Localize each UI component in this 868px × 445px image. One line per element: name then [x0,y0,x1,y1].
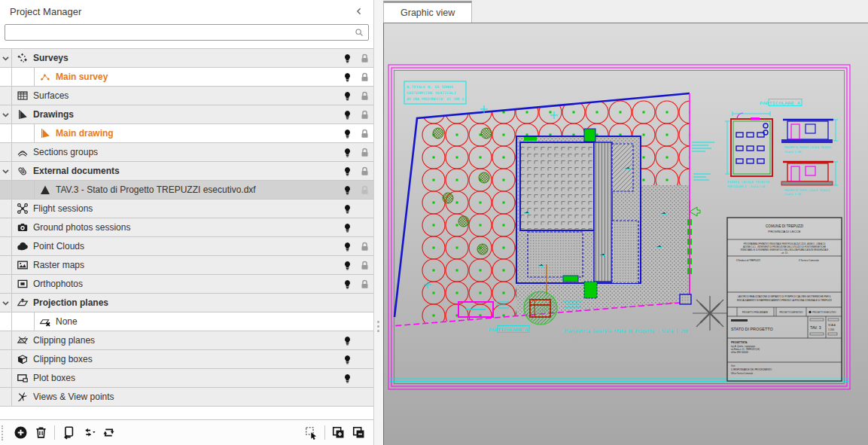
row-gutter [0,124,12,142]
bulb-icon [342,184,353,196]
visibility-bulb-icon[interactable] [339,109,356,120]
green-arrow-icon [690,207,700,216]
lock-icon[interactable] [356,147,373,158]
drawing-main-icon [39,127,51,139]
visibility-bulb-icon[interactable] [339,354,356,365]
row-gutter [0,388,12,406]
import-document-button[interactable] [58,422,78,443]
tree-item-label: TAV.3 - Stato di Progetto TREPUZZI esecu… [56,184,256,195]
tree-row-main-drawing[interactable]: Main drawing [0,124,373,143]
lock-icon[interactable] [356,109,373,120]
projection-plane-icon [17,297,29,309]
delete-item-button[interactable] [31,422,51,443]
bulb-icon [342,279,353,290]
expand-chevron[interactable] [0,294,12,312]
lock-icon[interactable] [356,128,373,139]
search-input[interactable] [5,24,369,41]
visibility-bulb-icon[interactable] [339,335,356,346]
panel-header: Project Manager [0,0,373,23]
indent-gutter [12,312,35,331]
lock-icon[interactable] [356,260,373,271]
tree-row-surfaces[interactable]: Surfaces [0,87,373,105]
splitter-handle-icon [377,321,379,334]
tab-bar: Graphic view [383,0,868,23]
tree-row-main-survey[interactable]: Main survey [0,68,373,87]
tree-row-ground-photos-sessions[interactable]: Ground photos sessions [0,218,373,237]
svg-text:RINNOVABILI E DI RISPARMIO ENE: RINNOVABILI E DI RISPARMIO ENERGETICO NE… [741,248,829,251]
visibility-bulb-icon[interactable] [339,279,356,290]
visibility-bulb-icon[interactable] [339,184,356,196]
pick-selection-button[interactable] [301,422,321,443]
collapse-all-button[interactable] [349,422,369,443]
sections-icon [17,146,29,158]
lock-icon[interactable] [356,279,373,290]
lock-icon [359,147,370,158]
tree-row-flight-sessions[interactable]: Flight sessions [0,200,373,218]
visibility-bulb-icon[interactable] [339,373,356,384]
tree-row-external-documents[interactable]: External documents [0,162,373,181]
chevron-down-icon [0,166,11,177]
collapse-panel-button[interactable] [352,5,366,18]
svg-text:SCALA: SCALA [828,324,836,327]
lock-icon[interactable] [356,184,373,196]
tree-row-point-clouds[interactable]: Point Clouds [0,237,373,256]
tree-row-sections-groups[interactable]: Sections groups [0,143,373,162]
tree-row-clipping-planes[interactable]: Clipping planes [0,331,373,350]
tree-row-raster-maps[interactable]: Raster maps [0,256,373,275]
row-gutter [0,143,12,161]
point-cloud-icon [17,240,29,252]
svg-text:Visti:: Visti: [731,364,736,367]
svg-text:PARTICOLARE A: PARTICOLARE A [489,328,528,332]
tree-row-orthophotos[interactable]: Orthophotos [0,275,373,294]
visibility-bulb-icon[interactable] [339,128,356,139]
expand-chevron[interactable] [0,162,12,180]
tree-row-clipping-boxes[interactable]: Clipping boxes [0,350,373,369]
lock-icon[interactable] [356,53,373,64]
raster-map-icon [17,259,29,271]
expand-chevron[interactable] [0,49,12,67]
tree-row-drawings[interactable]: Drawings [0,105,373,124]
point-cloud-icon [17,240,29,252]
visibility-bulb-icon[interactable] [339,166,356,177]
add-item-button[interactable] [11,422,31,443]
lock-icon[interactable] [356,72,373,83]
svg-text:LAVORI DI REALIZZAZIONE DI IMP: LAVORI DI REALIZZAZIONE DI IMPIANTO DI P… [738,295,831,298]
tree-row-plot-boxes[interactable]: Plot boxes [0,369,373,388]
visibility-bulb-icon[interactable] [339,260,356,271]
tree-row-surveys[interactable]: Surveys [0,49,373,68]
graphic-viewport[interactable]: N.TOTALE N. 65 SONDE GEOTERMICHE VERTICA… [383,23,868,445]
svg-text:COMUNE DI TREPUZZI: COMUNE DI TREPUZZI [766,224,803,228]
tree-row-none[interactable]: None [0,312,373,331]
svg-text:AZIONE 2.4.1 - INTERVENTI DI P: AZIONE 2.4.1 - INTERVENTI DI PROMOZIONE … [743,245,826,248]
lock-icon[interactable] [356,166,373,177]
orthophoto-icon [17,278,29,290]
svg-text:PROGETTO ESECUTIVO: PROGETTO ESECUTIVO [812,311,836,314]
lock-icon[interactable] [356,241,373,252]
search-icon [354,27,364,38]
row-gutter [0,218,12,236]
bulb-icon [342,90,353,102]
expand-all-button[interactable] [328,422,349,443]
projection-none-icon [39,315,51,328]
visibility-bulb-icon[interactable] [339,241,356,252]
expand-chevron[interactable] [0,105,12,123]
elevation-front: PROSPETTO FRONTE LOCALE TECNICO Scala 1:… [781,120,838,154]
lock-icon[interactable] [356,90,373,102]
panel-splitter[interactable] [374,0,383,445]
visibility-bulb-icon[interactable] [339,90,356,102]
reload-documents-button[interactable] [99,422,119,443]
visibility-bulb-icon[interactable] [339,222,356,233]
chevron-left-icon [354,6,364,17]
tab-graphic-view[interactable]: Graphic view [383,1,472,23]
visibility-bulb-icon[interactable] [339,53,356,64]
geothermal-note: N.TOTALE N. 65 SONDE GEOTERMICHE VERTICA… [404,81,466,104]
tree-row-views-view-points[interactable]: Views & View points [0,388,373,407]
bulb-icon [342,373,353,384]
row-gutter [0,312,12,331]
visibility-bulb-icon[interactable] [339,147,356,158]
visibility-bulb-icon[interactable] [339,72,356,83]
tree-row-projection-planes[interactable]: Projection planes [0,294,373,312]
tree-row-tav-3-stato-di-progetto-trepuzzi-esecutivo-dxf[interactable]: TAV.3 - Stato di Progetto TREPUZZI esecu… [0,181,373,200]
replace-document-button[interactable] [78,422,99,443]
visibility-bulb-icon[interactable] [339,203,356,215]
